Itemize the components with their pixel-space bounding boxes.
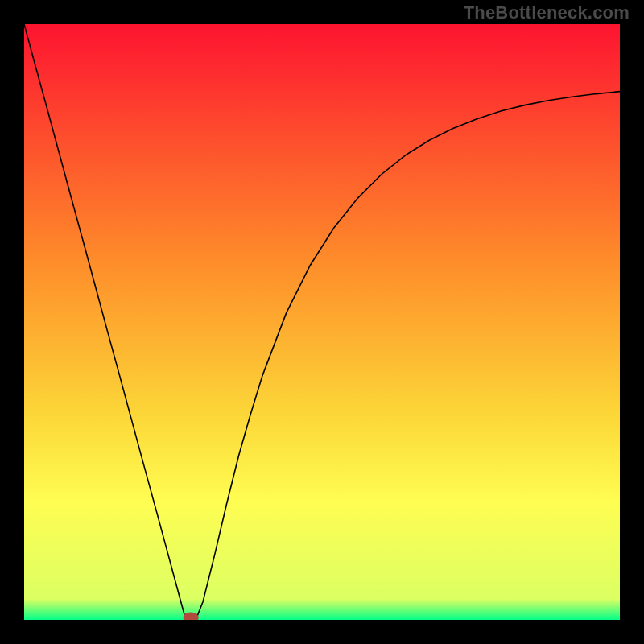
watermark-text: TheBottleneck.com — [464, 2, 630, 23]
plot-area — [24, 24, 620, 620]
chart-svg — [24, 24, 620, 620]
gradient-background — [24, 24, 620, 620]
chart-frame: TheBottleneck.com — [0, 0, 644, 644]
